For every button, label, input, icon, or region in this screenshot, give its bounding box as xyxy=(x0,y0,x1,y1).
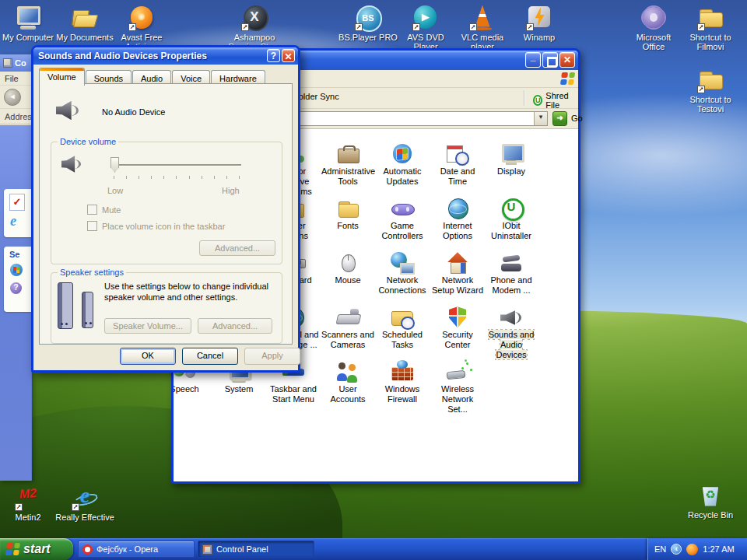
firewall-icon xyxy=(391,360,415,384)
desktop-icon-microsoft-office[interactable]: Microsoft Office xyxy=(624,5,683,51)
minimize-button[interactable] xyxy=(525,52,541,68)
desktop-icon-my-computer[interactable]: My Computer xyxy=(0,5,58,42)
desktop-icon-recycle-bin[interactable]: Recycle Bin xyxy=(681,482,740,520)
ok-button[interactable]: OK xyxy=(120,348,176,365)
back-button-icon[interactable] xyxy=(4,89,21,106)
desktop-icon-bsplayer-pro[interactable]: BS.Player PRO xyxy=(338,5,398,42)
go-label[interactable]: Go xyxy=(571,114,583,123)
cp-icon-label-wrap: Network Connections xyxy=(376,275,429,296)
cp-icon-network-setup-wizard[interactable]: Network Setup Wizard xyxy=(431,251,484,296)
shortcut-arrow-icon xyxy=(526,23,534,31)
cancel-button[interactable]: Cancel xyxy=(182,348,238,365)
cp-icon-iobit-uninstaller[interactable]: IObit Uninstaller xyxy=(485,197,538,241)
computer-icon xyxy=(15,5,41,31)
cp-icon-scanners-and-cameras[interactable]: Scanners and Cameras xyxy=(321,306,374,350)
language-indicator[interactable]: EN xyxy=(654,544,666,554)
advanced-button[interactable]: Advanced... xyxy=(198,318,272,334)
desktop-icon-avast-free-antivirus[interactable]: Avast Free Antivirus xyxy=(112,5,171,51)
cp-icon-label: IObit Uninstaller xyxy=(491,221,531,240)
avast-icon xyxy=(128,5,155,31)
cp-icon-fonts[interactable]: Fonts xyxy=(321,197,374,231)
cp-icon-administrative-tools[interactable]: Administrative Tools xyxy=(321,142,374,187)
iobit-shred-icon: U xyxy=(533,95,542,106)
cp-icon-windows-firewall[interactable]: Windows Firewall xyxy=(376,360,429,404)
help-icon[interactable] xyxy=(10,282,22,294)
go-button[interactable] xyxy=(552,111,567,126)
datetime-icon xyxy=(446,142,470,166)
background-window-titlebar[interactable]: Co xyxy=(0,54,31,72)
cp-icon-wireless-network-set[interactable]: Wireless Network Set... xyxy=(431,360,484,415)
background-window[interactable]: Co File Address e Se xyxy=(0,54,32,481)
hide-icons-chevron-icon[interactable] xyxy=(671,544,682,555)
advanced-button[interactable]: Advanced... xyxy=(199,240,275,256)
cp-icon-label-wrap: Security Center xyxy=(431,330,484,350)
avast-tray-icon[interactable] xyxy=(686,544,698,555)
phone-icon xyxy=(500,251,524,275)
ashampoo-icon xyxy=(241,5,268,31)
cp-icon-label: Game Controllers xyxy=(381,221,423,240)
taskbar-volume-checkbox[interactable] xyxy=(87,221,97,231)
start-button[interactable]: start xyxy=(0,538,73,560)
recycle-icon xyxy=(697,482,724,509)
cp-icon-label-wrap: Automatic Updates xyxy=(376,166,429,187)
cp-icon-label: Scanners and Cameras xyxy=(321,330,374,349)
cp-icon-mouse[interactable]: Mouse xyxy=(321,251,374,285)
address-dropdown-icon[interactable] xyxy=(534,112,547,125)
file-menu[interactable]: File xyxy=(0,72,31,86)
checkmark-icon[interactable] xyxy=(9,194,25,211)
help-button[interactable] xyxy=(267,49,280,62)
close-button[interactable] xyxy=(559,52,575,68)
desktop-icon-ashampoo-burning-studio[interactable]: Ashampoo Burning Stu... xyxy=(225,5,284,51)
cp-icon-label-wrap: Phone and Modem ... xyxy=(485,275,538,296)
cp-icon-label: Fonts xyxy=(337,221,359,230)
internet-explorer-icon[interactable]: e xyxy=(10,214,16,228)
office-icon xyxy=(640,5,667,31)
cp-icon-display[interactable]: Display xyxy=(485,142,538,177)
cp-icon-label-wrap: Game Controllers xyxy=(376,221,429,241)
cp-icon-internet-options[interactable]: Internet Options xyxy=(431,197,484,241)
shortcut-arrow-icon xyxy=(697,23,705,31)
close-button[interactable] xyxy=(282,49,295,62)
cp-icon-network-connections[interactable]: Network Connections xyxy=(376,251,429,296)
cp-icon-label: Phone and Modem ... xyxy=(490,275,531,295)
desktop-icon-really-effective[interactable]: Really Effective xyxy=(55,485,114,522)
cp-icon-label-wrap: Taskbar and Start Menu xyxy=(267,384,320,404)
maximize-button[interactable] xyxy=(542,52,558,68)
start-label: start xyxy=(23,542,51,556)
cp-icon-sounds-and-audio-devices[interactable]: Sounds and Audio Devices xyxy=(485,306,538,360)
cp-icon-automatic-updates[interactable]: Automatic Updates xyxy=(376,142,429,187)
volume-slider-track[interactable] xyxy=(110,164,241,166)
mute-checkbox[interactable] xyxy=(87,205,97,215)
cp-icon-game-controllers[interactable]: Game Controllers xyxy=(376,197,429,241)
desktop-icon-vlc-media-player[interactable]: VLC media player xyxy=(453,5,512,51)
clock[interactable]: 1:27 AM xyxy=(703,544,734,554)
volume-slider-thumb[interactable] xyxy=(110,157,119,173)
windows-update-icon[interactable] xyxy=(10,264,23,276)
speaker-icon xyxy=(55,98,80,123)
desktop-icon-shortcut-to-filmovi[interactable]: Shortcut to Filmovi xyxy=(681,5,740,51)
tab-volume[interactable]: Volume xyxy=(39,68,85,86)
cp-icon-label-wrap: Sounds and Audio Devices xyxy=(485,330,538,360)
desktop-icon-avs-dvd-player[interactable]: AVS DVD Player xyxy=(396,5,455,51)
cp-icon-label: Wireless Network Set... xyxy=(441,384,474,414)
cp-icon-date-and-time[interactable]: Date and Time xyxy=(431,142,484,187)
desktop-icon-shortcut-to-testovi[interactable]: Shortcut to Testovi xyxy=(681,67,740,114)
speaker-settings-description: Use the settings below to change individ… xyxy=(104,281,272,303)
cp-icon-security-center[interactable]: Security Center xyxy=(431,306,484,350)
dialog-titlebar[interactable]: Sounds and Audio Devices Properties xyxy=(33,47,298,65)
cp-icon-user-accounts[interactable]: User Accounts xyxy=(321,360,374,404)
taskbar-button-opera[interactable]: Фејсбук - Opera xyxy=(78,541,195,558)
taskbar-button-control-panel[interactable]: Control Panel xyxy=(198,541,314,558)
desktop-icon-winamp[interactable]: Winamp xyxy=(510,5,569,42)
cp-icon-label: Scheduled Tasks xyxy=(382,330,423,349)
desktop-icon-label: Metin2 xyxy=(0,513,58,522)
shred-file-button[interactable]: U Shred File xyxy=(533,91,578,110)
desktop-icon-my-documents[interactable]: My Documents xyxy=(55,5,114,42)
speaker-volume-button[interactable]: Speaker Volume... xyxy=(104,318,191,334)
desktop-icon-label: My Computer xyxy=(0,33,58,42)
apply-button[interactable]: Apply xyxy=(244,348,300,365)
background-window-toolbar xyxy=(0,86,31,109)
desktop-icon-metin2[interactable]: Metin2 xyxy=(0,485,58,522)
cp-icon-phone-and-modem[interactable]: Phone and Modem ... xyxy=(485,251,538,296)
cp-icon-scheduled-tasks[interactable]: Scheduled Tasks xyxy=(376,306,429,350)
